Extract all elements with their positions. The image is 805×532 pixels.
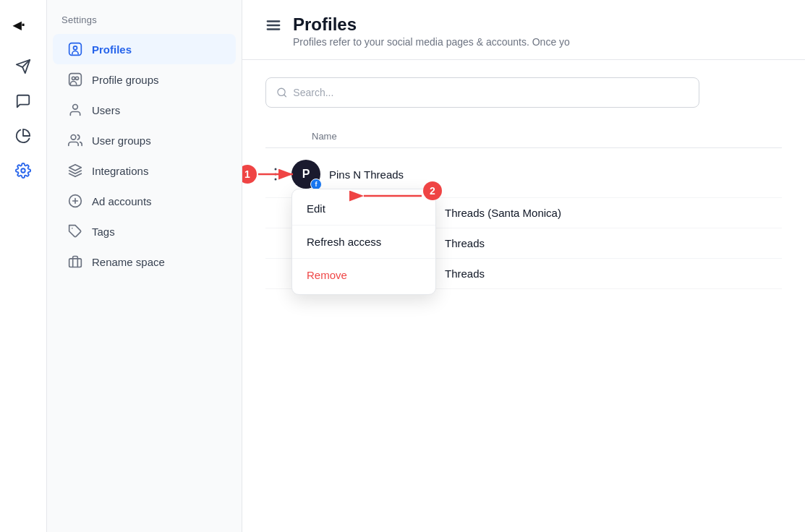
- inbox-nav-icon[interactable]: [9, 87, 38, 116]
- table-row: 1 P f Pins N Th: [265, 151, 782, 198]
- sidebar-label-tags: Tags: [92, 226, 115, 238]
- tags-icon: [67, 223, 83, 239]
- column-name-header: Name: [265, 131, 337, 142]
- sidebar-label-users: Users: [92, 104, 120, 116]
- sidebar-label-rename-space: Rename space: [92, 256, 165, 268]
- sidebar-item-user-groups[interactable]: User groups: [53, 125, 236, 155]
- context-menu-divider: [292, 225, 435, 226]
- page-subtitle: Profiles refer to your social media page…: [293, 36, 570, 48]
- sidebar-item-profile-groups[interactable]: Profile groups: [53, 64, 236, 95]
- send-nav-icon[interactable]: [9, 52, 38, 81]
- analytics-nav-icon[interactable]: [9, 121, 38, 150]
- sidebar-label-profiles: Profiles: [92, 43, 132, 56]
- sidebar-item-ad-accounts[interactable]: Ad accounts: [53, 186, 236, 216]
- svg-point-10: [71, 135, 76, 140]
- profiles-icon: [67, 41, 83, 57]
- icon-bar: ◂·: [0, 0, 47, 532]
- sidebar-item-integrations[interactable]: Integrations: [53, 155, 236, 186]
- svg-point-3: [21, 168, 25, 173]
- svg-point-5: [74, 46, 77, 50]
- sidebar-label-user-groups: User groups: [92, 134, 151, 147]
- svg-point-7: [72, 77, 74, 80]
- sidebar-label-ad-accounts: Ad accounts: [92, 195, 152, 207]
- svg-text:◂·: ◂·: [12, 16, 25, 34]
- svg-rect-15: [69, 259, 82, 267]
- profile-name: Threads (Santa Monica): [445, 207, 561, 219]
- annotation-arrow-2: [359, 189, 425, 203]
- main-header-text: Profiles Profiles refer to your social m…: [293, 14, 570, 48]
- users-icon: [67, 102, 83, 118]
- profile-name: Pins N Threads: [329, 168, 404, 181]
- annotation-arrow-1: [258, 167, 298, 181]
- app-logo[interactable]: ◂·: [10, 12, 36, 38]
- user-groups-icon: [67, 132, 83, 148]
- sidebar-item-rename-space[interactable]: Rename space: [53, 246, 236, 277]
- sidebar-label-integrations: Integrations: [92, 165, 148, 177]
- rename-space-icon: [67, 254, 83, 270]
- svg-line-20: [284, 95, 286, 97]
- annotation-1: 1: [242, 165, 257, 184]
- profile-name: Threads: [445, 237, 485, 249]
- sidebar-header: Settings: [47, 12, 242, 34]
- svg-point-9: [73, 105, 78, 110]
- context-menu-refresh-access[interactable]: Refresh access: [292, 227, 435, 257]
- main-header: Profiles Profiles refer to your social m…: [242, 0, 805, 60]
- ad-accounts-icon: [67, 193, 83, 209]
- integrations-icon: [67, 163, 83, 179]
- sidebar-item-users[interactable]: Users: [53, 95, 236, 125]
- sidebar: Settings Profiles Profile groups: [47, 0, 242, 532]
- sidebar-item-profiles[interactable]: Profiles: [53, 34, 236, 64]
- page-title: Profiles: [293, 14, 570, 35]
- settings-nav-icon[interactable]: [9, 156, 38, 185]
- profile-name: Threads: [445, 267, 485, 280]
- hamburger-icon[interactable]: [265, 17, 281, 37]
- search-bar[interactable]: [265, 77, 699, 108]
- context-menu: Edit Refresh access Remove: [291, 189, 436, 295]
- table-header: Name: [265, 125, 782, 148]
- search-icon: [276, 87, 287, 98]
- main-body: Name 1: [242, 60, 805, 532]
- annotation-2: 2: [423, 181, 442, 200]
- svg-point-8: [75, 77, 78, 80]
- sidebar-item-tags[interactable]: Tags: [53, 216, 236, 246]
- search-input[interactable]: [293, 87, 689, 98]
- context-menu-remove[interactable]: Remove: [292, 260, 435, 290]
- context-menu-divider-2: [292, 258, 435, 259]
- sidebar-label-profile-groups: Profile groups: [92, 74, 159, 86]
- profile-groups-icon: [67, 72, 83, 87]
- main-content: Profiles Profiles refer to your social m…: [242, 0, 805, 532]
